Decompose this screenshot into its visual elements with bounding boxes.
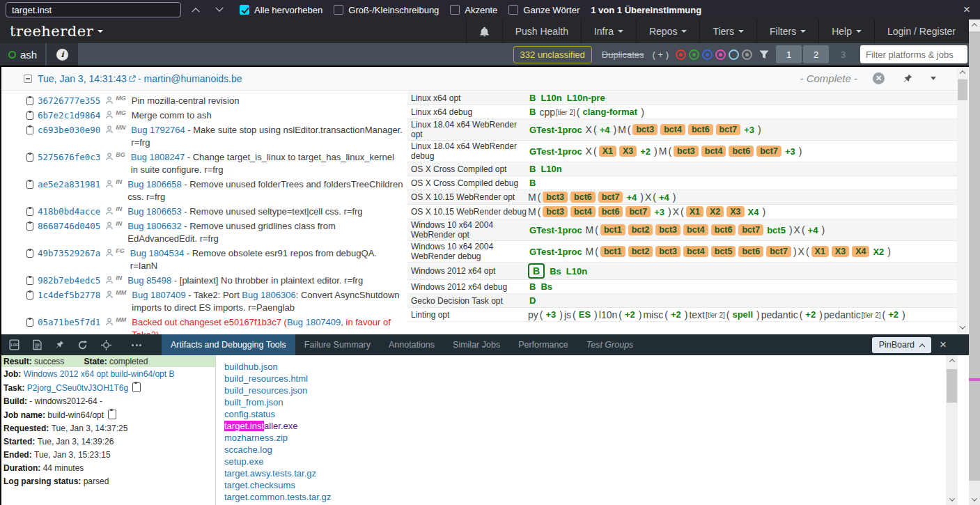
job-button-success[interactable]: +4 [808, 225, 818, 235]
job-button-failure[interactable]: X3 [726, 206, 744, 217]
job-button-failure[interactable]: bct2 [628, 224, 653, 235]
artifact-link[interactable]: mozharness.zip [224, 433, 288, 443]
bug-link[interactable]: Bug 1806632 [127, 221, 181, 231]
artifact-link[interactable]: built_from.json [224, 397, 283, 407]
job-button-success[interactable]: bct5 [767, 225, 786, 235]
job-button-success[interactable]: +4 [600, 125, 610, 135]
job-button-success[interactable]: L10n [540, 93, 561, 103]
job-button-success[interactable]: Bs [550, 266, 561, 277]
filter-usercancel-icon[interactable] [715, 49, 726, 60]
detail-value[interactable]: Windows 2012 x64 opt build-win64/opt B [24, 369, 175, 379]
job-button-success[interactable]: spell [732, 309, 753, 320]
commit-sha-link[interactable]: 36726777e355 [38, 95, 100, 107]
nav-item-help[interactable]: Help [818, 20, 874, 43]
job-button-failure[interactable]: bct4 [701, 146, 726, 157]
tier-3-button[interactable]: 3 [830, 45, 856, 63]
job-button-failure[interactable]: bct7 [716, 124, 741, 135]
job-button-failure[interactable]: X3 [832, 246, 849, 257]
commit-sha-link[interactable]: 6b7e2c1d9864 [38, 109, 100, 122]
job-button-failure[interactable]: X3 [619, 146, 637, 157]
tab-similar-jobs[interactable]: Similar Jobs [444, 334, 509, 355]
job-button-success[interactable]: B [529, 281, 536, 292]
filter-busted-icon[interactable] [676, 49, 686, 60]
scrollbar-thumb[interactable] [969, 31, 980, 481]
find-option-akzente[interactable]: Akzente [450, 5, 497, 15]
checkbox-icon[interactable] [334, 5, 343, 15]
commit-sha-link[interactable]: 49b73529267a [38, 247, 100, 260]
job-button-failure[interactable]: X2 [706, 206, 724, 217]
job-button-success[interactable]: GTest-1proc [529, 247, 582, 257]
job-button-success[interactable]: +3 [744, 125, 754, 135]
job-button-success[interactable]: Bs [540, 281, 552, 292]
copy-sha-icon[interactable] [26, 180, 33, 189]
tab-artifacts-and-debugging-tools[interactable]: Artifacts and Debugging Tools [162, 334, 295, 355]
nav-item-login-register[interactable]: Login / Register [874, 20, 969, 43]
job-button-failure[interactable]: bct6 [729, 146, 754, 157]
job-button-failure[interactable]: X1 [599, 146, 616, 157]
job-button-failure[interactable]: bct4 [683, 224, 708, 235]
checkbox-icon[interactable] [450, 5, 460, 15]
job-button-success[interactable]: +4 [626, 192, 637, 203]
job-button-failure[interactable]: bct7 [625, 206, 651, 217]
job-button-failure[interactable]: bct6 [688, 124, 713, 135]
job-button-success[interactable]: +2 [671, 309, 681, 320]
job-button-success[interactable]: +3 [654, 207, 664, 217]
copy-to-clipboard-icon[interactable] [108, 410, 116, 419]
job-button-success[interactable]: GTest-1proc [529, 125, 582, 135]
filter-superseded-icon[interactable] [742, 49, 752, 60]
tier-1-button[interactable]: 1 [776, 45, 802, 63]
job-button-failure[interactable]: bct7 [738, 224, 763, 235]
bug-link[interactable]: Bug 1808247 [131, 152, 185, 162]
job-button-success[interactable]: B [529, 178, 536, 188]
bug-link[interactable]: Bug 1807409 [132, 290, 185, 300]
job-button-success[interactable]: +4 [659, 192, 669, 203]
job-button-failure[interactable]: bct2 [628, 246, 653, 257]
job-button-success[interactable]: B [529, 164, 536, 174]
artifact-link[interactable]: sccache.log [224, 444, 272, 455]
artifact-link[interactable]: target.awsy.tests.tar.gz [224, 468, 316, 479]
retrigger-icon[interactable] [77, 340, 88, 350]
job-button-failure[interactable]: bct4 [683, 246, 708, 257]
copy-sha-icon[interactable] [26, 222, 33, 231]
job-button-failure[interactable]: bct3 [543, 192, 568, 203]
commit-sha-link[interactable]: c693be030e90 [38, 124, 100, 137]
repo-selector[interactable]: ash [0, 43, 45, 65]
artifact-link[interactable]: buildhub.json [224, 362, 278, 372]
job-button-failure[interactable]: X1 [686, 206, 703, 217]
copy-sha-icon[interactable] [26, 97, 33, 105]
scrollbar-thumb[interactable] [958, 79, 967, 100]
bug-link[interactable]: Bug 1807409 [287, 317, 341, 327]
find-option-alle-hervorheben[interactable]: Alle hervorheben [240, 5, 322, 15]
job-button-failure[interactable]: X4 [852, 246, 869, 257]
commit-sha-link[interactable]: 418b0bd4acce [38, 205, 100, 218]
job-button-success[interactable]: L10n [540, 164, 561, 174]
job-button-failure[interactable]: bct6 [711, 224, 736, 235]
bug-link[interactable]: Bug 1804534 [130, 248, 184, 258]
job-button-failure[interactable]: bct3 [674, 146, 699, 157]
job-button-success[interactable]: D [529, 295, 536, 306]
unclassified-count-badge[interactable]: 332 unclassified [513, 46, 592, 63]
scrollbar-thumb[interactable] [947, 369, 957, 403]
copy-sha-icon[interactable] [26, 153, 33, 162]
more-actions-button[interactable] [132, 344, 143, 346]
inspect-task-icon[interactable] [101, 340, 111, 350]
tab-test-groups[interactable]: Test Groups [577, 334, 643, 355]
job-button-success[interactable]: GTest-1proc [529, 225, 582, 235]
filter-retry-icon[interactable] [702, 49, 713, 60]
commit-sha-link[interactable]: 05a71be5f7d1 [38, 316, 100, 329]
push-list-scrollbar[interactable] [957, 67, 968, 333]
find-option-ganze-w-rter[interactable]: Ganze Wörter [508, 5, 580, 15]
push-author-link[interactable]: - martin@humanoids.be [138, 73, 242, 84]
artifact-link[interactable]: target.common.tests.tar.gz [224, 492, 331, 502]
commit-sha-link[interactable]: ae5e2a831981 [38, 178, 100, 191]
nav-item-push-health[interactable]: Push Health [502, 20, 581, 43]
copy-sha-icon[interactable] [26, 249, 33, 258]
findbar-close-icon[interactable]: × [963, 3, 970, 17]
checkbox-icon[interactable] [240, 5, 249, 15]
pin-all-jobs-icon[interactable] [903, 74, 912, 84]
job-button-success[interactable]: X4 [748, 207, 759, 217]
job-button-failure[interactable]: bct7 [766, 246, 791, 257]
job-button-failure[interactable]: bct5 [711, 246, 736, 257]
job-button-success[interactable]: L10n [566, 266, 587, 277]
job-button-failure[interactable]: bct3 [632, 124, 658, 135]
